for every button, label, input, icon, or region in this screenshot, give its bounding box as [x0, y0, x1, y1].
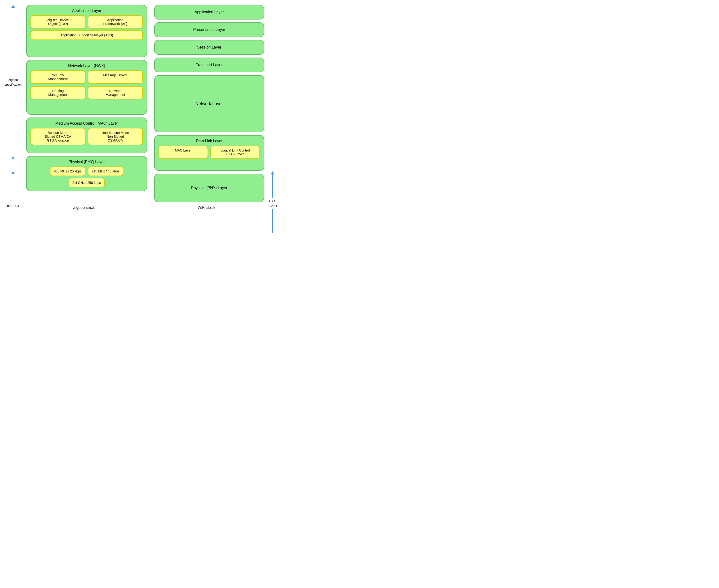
app-layer-title: Application Layer — [30, 8, 143, 13]
security-mgmt-box: Security Management — [30, 70, 85, 84]
presentation-layer-box: Presentation Layer — [154, 22, 264, 37]
non-beacon-mode-box: Non-beacon Mode Non Slotted CSMA/CA — [88, 128, 143, 145]
ieee-802-15-4-label: IEEE802.15.4 — [7, 198, 20, 209]
ieee-802-11-label: IEEE802.11 — [267, 198, 278, 209]
network-layer-right-box: Network Layer — [154, 75, 264, 132]
zdo-box: ZigBee Device Object (ZDO) — [30, 15, 85, 28]
zigbee-stack-column: Application Layer ZigBee Device Object (… — [26, 5, 147, 202]
phy-layer-title: Physical (PHY) Layer — [30, 160, 143, 164]
network-mgmt-box: Network Management — [88, 86, 143, 100]
network-layer-box: Network Layer (NWK) Security Management … — [26, 60, 147, 114]
network-layer-title: Network Layer (NWK) — [30, 64, 143, 68]
mac-layer-title: Medium Access Control (MAC) Layer — [30, 121, 143, 126]
data-link-title: Data Link Layer — [159, 139, 260, 143]
wifi-stack-column: Application Layer Presentation Layer Ses… — [154, 5, 264, 202]
llc-layer-box: Logical Link Control (LLC) Layer — [210, 146, 260, 159]
message-broker-box: Message Broker — [88, 70, 143, 84]
mac-layer-box: Medium Access Control (MAC) Layer Beacon… — [26, 118, 147, 153]
wifi-stack-label: WiFi stack — [149, 206, 264, 210]
zigbee-spec-label: Zigbee specification — [4, 77, 22, 88]
transport-layer-box: Transport Layer — [154, 58, 264, 72]
phy-layer-box-left: Physical (PHY) Layer 868 MHz / 20 kbps 9… — [26, 156, 147, 191]
app-layer-box: Application Layer ZigBee Device Object (… — [26, 5, 147, 57]
app-layer-right-box: Application Layer — [154, 5, 264, 20]
data-link-layer-box: Data Link Layer MAC Layer Logical Link C… — [154, 135, 264, 171]
af-box: Application Framework (AF) — [88, 15, 143, 28]
freq1-box: 868 MHz / 20 kbps — [50, 167, 85, 176]
phy-layer-right-box: Physical (PHY) Layer — [154, 174, 264, 202]
freq3-box: 2,4 GHz / 250 kbps — [68, 178, 105, 187]
mac-layer-right-box: MAC Layer — [159, 146, 208, 159]
freq2-box: 915 MHz / 40 kbps — [88, 167, 123, 176]
zigbee-stack-label: Zigbee stack — [26, 206, 142, 210]
session-layer-box: Session Layer — [154, 40, 264, 55]
aps-box: Application Support Sublayer (APS) — [30, 30, 143, 40]
beacon-mode-box: Beacon Mode Slotted CSMA/CA GTS Allocati… — [30, 128, 85, 145]
routing-mgmt-box: Routing Management — [30, 86, 85, 100]
